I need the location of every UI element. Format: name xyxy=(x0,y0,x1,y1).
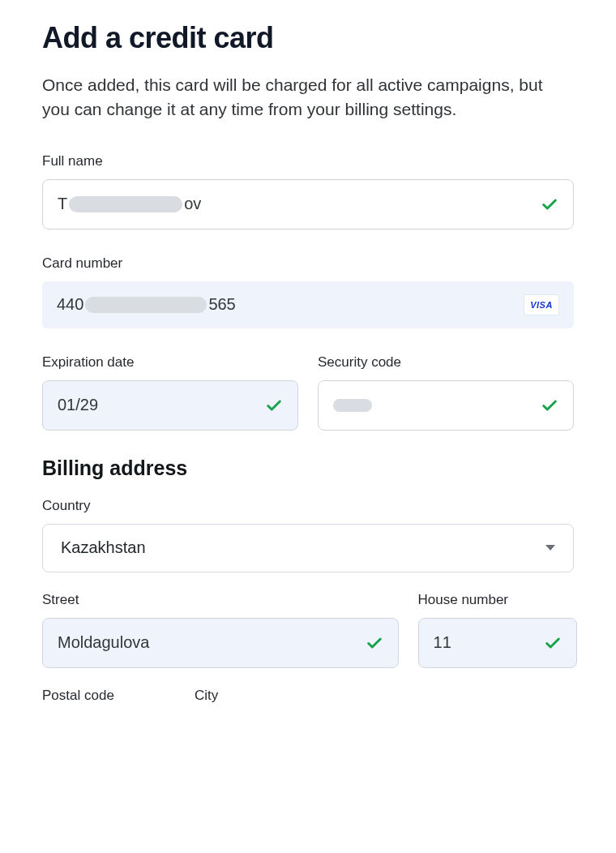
house-number-input[interactable]: 11 xyxy=(418,618,578,668)
street-value: Moldagulova xyxy=(58,633,366,652)
page-description: Once added, this card will be charged fo… xyxy=(42,73,574,122)
chevron-down-icon xyxy=(545,545,555,551)
billing-section-title: Billing address xyxy=(42,457,574,480)
city-label: City xyxy=(195,688,574,704)
page-title: Add a credit card xyxy=(42,21,574,55)
checkmark-icon xyxy=(541,195,558,213)
security-code-input[interactable] xyxy=(318,380,574,431)
full-name-label: Full name xyxy=(42,153,574,169)
checkmark-icon xyxy=(541,396,558,414)
checkmark-icon xyxy=(366,634,383,652)
expiration-value: 01/29 xyxy=(58,396,265,414)
card-number-label: Card number xyxy=(42,255,574,272)
card-number-input[interactable]: 440 565 VISA xyxy=(42,281,574,328)
expiration-label: Expiration date xyxy=(42,354,298,371)
redacted-card-part xyxy=(85,297,207,313)
country-value: Kazakhstan xyxy=(61,538,545,557)
full-name-input[interactable]: T ov xyxy=(42,179,574,229)
card-number-suffix: 565 xyxy=(208,295,235,314)
checkmark-icon xyxy=(265,396,283,414)
street-label: Street xyxy=(42,592,399,608)
full-name-suffix: ov xyxy=(184,195,201,213)
card-number-prefix: 440 xyxy=(57,295,83,314)
visa-icon: VISA xyxy=(524,294,559,315)
country-label: Country xyxy=(42,498,574,514)
postal-code-label: Postal code xyxy=(42,688,175,704)
security-code-label: Security code xyxy=(318,354,574,371)
full-name-prefix: T xyxy=(58,195,67,213)
house-number-value: 11 xyxy=(434,633,545,652)
checkmark-icon xyxy=(544,634,562,652)
street-input[interactable]: Moldagulova xyxy=(42,618,399,668)
redacted-cvv xyxy=(333,399,372,412)
expiration-input[interactable]: 01/29 xyxy=(42,380,298,431)
house-number-label: House number xyxy=(418,592,578,608)
country-select[interactable]: Kazakhstan xyxy=(42,524,574,572)
redacted-name-part xyxy=(69,196,182,212)
